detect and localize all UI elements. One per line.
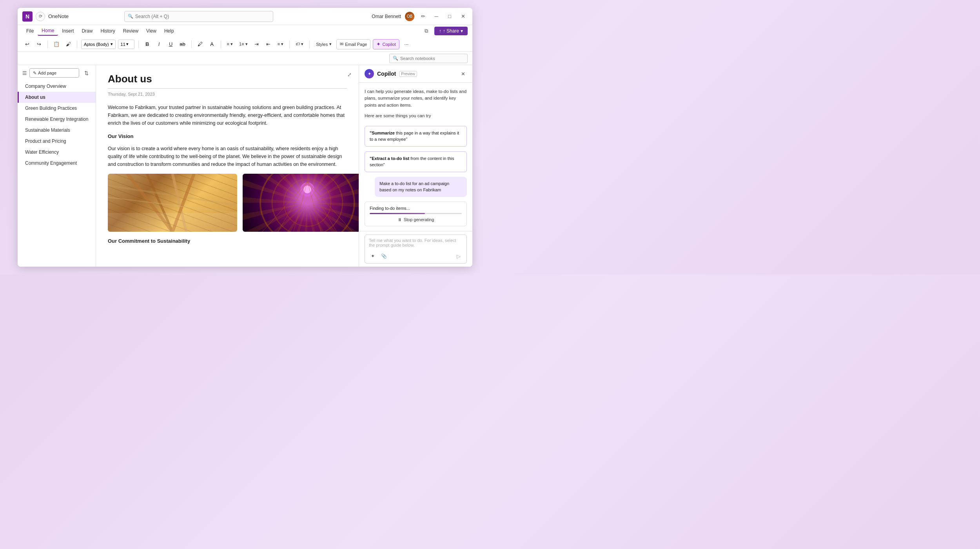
menu-file[interactable]: File — [22, 27, 38, 35]
font-color-button[interactable]: A — [207, 40, 217, 49]
page-title: About us — [108, 73, 347, 85]
app-logo: N — [22, 11, 33, 22]
alignment-button[interactable]: ≡ ▾ — [276, 40, 285, 49]
page-list: Company Overview About us Green Building… — [18, 81, 96, 267]
separator-6 — [289, 40, 290, 48]
copilot-suggestion-extract[interactable]: "Extract a to-do list from the content i… — [365, 151, 467, 172]
svg-line-13 — [278, 182, 307, 232]
wood-architecture-image — [108, 174, 237, 232]
highlight-button[interactable]: 🖊 — [196, 40, 205, 49]
vision-title: Our Vision — [108, 133, 347, 141]
images-row — [108, 174, 347, 232]
stop-generating-button[interactable]: ⏸ Stop generating — [370, 217, 462, 222]
notebook-search-icon: 🔍 — [393, 56, 398, 61]
copilot-preview-badge: Preview — [399, 71, 417, 77]
menu-draw[interactable]: Draw — [78, 27, 96, 35]
notebook-search-bar[interactable]: 🔍 — [389, 54, 468, 63]
indent-decrease-button[interactable]: ⇤ — [264, 40, 273, 49]
expand-button[interactable]: ⤢ — [345, 70, 354, 79]
menu-bar-actions: ⧉ ↑ ↑ Share ▾ — [422, 26, 468, 36]
menu-bar: File Home Insert Draw History Review Vie… — [18, 25, 472, 37]
format-painter-button[interactable]: 🖌 — [64, 40, 73, 49]
size-chevron-icon: ▾ — [126, 42, 129, 47]
sidebar-item-green-building[interactable]: Green Building Practices — [18, 103, 96, 114]
tag-button[interactable]: 🏷 ▾ — [294, 40, 305, 49]
sidebar-item-sustainable-materials[interactable]: Sustainable Materials — [18, 125, 96, 136]
notebook-search-row: 🔍 — [18, 52, 472, 65]
font-size-selector[interactable]: 11 ▾ — [118, 40, 134, 49]
copilot-body: I can help you generate ideas, make to-d… — [359, 83, 472, 231]
font-selector[interactable]: Aptos (Body) ▾ — [81, 40, 116, 49]
copilot-close-button[interactable]: ✕ — [459, 70, 467, 78]
stop-icon: ⏸ — [397, 217, 402, 222]
styles-chevron-icon: ▾ — [329, 42, 332, 47]
menu-home[interactable]: Home — [38, 26, 58, 36]
menu-history[interactable]: History — [96, 27, 119, 35]
copilot-header: ✦ Copilot Preview ✕ — [359, 65, 472, 83]
copilot-input-placeholder: Tell me what you want to do. For ideas, … — [369, 238, 463, 247]
undo-button[interactable]: ↩ — [22, 40, 32, 49]
copy-page-icon[interactable]: ⧉ — [422, 26, 431, 36]
copilot-send-button[interactable]: ▷ — [455, 252, 463, 260]
copilot-toolbar-button[interactable]: ✦ Copilot — [373, 39, 399, 49]
sort-button[interactable]: ⇅ — [82, 68, 91, 78]
separator-1 — [47, 40, 48, 48]
copilot-suggestions-title: Here are some things you can try — [365, 113, 467, 118]
title-search-bar[interactable]: 🔍 — [124, 11, 273, 22]
sidebar-item-renewable-energy[interactable]: Renewable Energy Integration — [18, 114, 96, 125]
app-window: N ⟳ OneNote 🔍 Omar Bennett OB ✏ ─ □ ✕ Fi… — [18, 8, 472, 267]
bold-button[interactable]: B — [143, 40, 152, 49]
copilot-input-area[interactable]: Tell me what you want to do. For ideas, … — [365, 235, 467, 264]
numbering-button[interactable]: 1≡ ▾ — [237, 40, 250, 49]
copilot-title: Copilot — [377, 71, 396, 77]
sidebar-item-community-engagement[interactable]: Community Engagement — [18, 158, 96, 169]
menu-review[interactable]: Review — [119, 27, 142, 35]
copilot-input-actions: ✦ 📎 ▷ — [369, 252, 463, 260]
underline-button[interactable]: U — [166, 40, 176, 49]
svg-line-16 — [307, 182, 337, 232]
menu-view[interactable]: View — [142, 27, 160, 35]
sidebar-item-about-us[interactable]: About us — [18, 92, 96, 103]
font-chevron-icon: ▾ — [111, 42, 113, 47]
menu-help[interactable]: Help — [160, 27, 178, 35]
copilot-suggestion-bold-1: "Summarize — [370, 131, 395, 135]
minimize-button[interactable]: ─ — [432, 12, 441, 21]
svg-line-5 — [108, 197, 237, 213]
email-page-button[interactable]: ✉ Email Page — [336, 39, 370, 49]
indent-increase-button[interactable]: ⇥ — [252, 40, 261, 49]
copilot-attach-button[interactable]: 📎 — [380, 252, 388, 260]
pen-icon-button[interactable]: ✏ — [418, 12, 428, 21]
page-date: Thursday, Sept 21, 2023 — [108, 92, 347, 96]
close-button[interactable]: ✕ — [458, 12, 468, 21]
copilot-suggestion-summarize[interactable]: "Summarize this page in a way that expla… — [365, 126, 467, 147]
redo-button[interactable]: ↪ — [34, 40, 44, 49]
sidebar-item-water-efficiency[interactable]: Water Efficiency — [18, 147, 96, 158]
add-page-button[interactable]: ✎ Add page — [29, 68, 79, 78]
notebook-search-input[interactable] — [400, 56, 464, 61]
copilot-generating-block: Finding to-do items... ⏸ Stop generating — [365, 202, 467, 226]
paste-button[interactable]: 📋 — [52, 40, 61, 49]
copilot-user-message: Make a to-do list for an ad campaign bas… — [375, 177, 467, 197]
bullets-button[interactable]: ≡ ▾ — [225, 40, 235, 49]
svg-rect-6 — [108, 213, 237, 232]
copilot-sparkle-button[interactable]: ✦ — [369, 252, 377, 260]
sidebar-item-product-pricing[interactable]: Product and Pricing — [18, 136, 96, 147]
strikethrough-button[interactable]: ab — [178, 40, 187, 49]
hamburger-icon[interactable]: ☰ — [22, 70, 27, 76]
share-button[interactable]: ↑ ↑ Share ▾ — [434, 27, 468, 35]
separator-4 — [191, 40, 192, 48]
menu-insert[interactable]: Insert — [58, 27, 78, 35]
share-chevron-icon: ▾ — [461, 28, 463, 34]
back-button[interactable]: ⟳ — [36, 12, 45, 21]
maximize-button[interactable]: □ — [445, 12, 454, 21]
title-search-input[interactable] — [135, 14, 270, 19]
copilot-footer: Tell me what you want to do. For ideas, … — [359, 231, 472, 267]
sidebar-header: ☰ ✎ Add page ⇅ — [18, 65, 96, 81]
sidebar-item-company-overview[interactable]: Company Overview — [18, 81, 96, 92]
separator-5 — [221, 40, 221, 48]
more-button[interactable]: ··· — [402, 40, 411, 49]
styles-button[interactable]: Styles ▾ — [314, 40, 334, 49]
italic-button[interactable]: I — [154, 40, 164, 49]
separator-2 — [77, 40, 77, 48]
copilot-panel: ✦ Copilot Preview ✕ I can help you gener… — [359, 65, 472, 267]
